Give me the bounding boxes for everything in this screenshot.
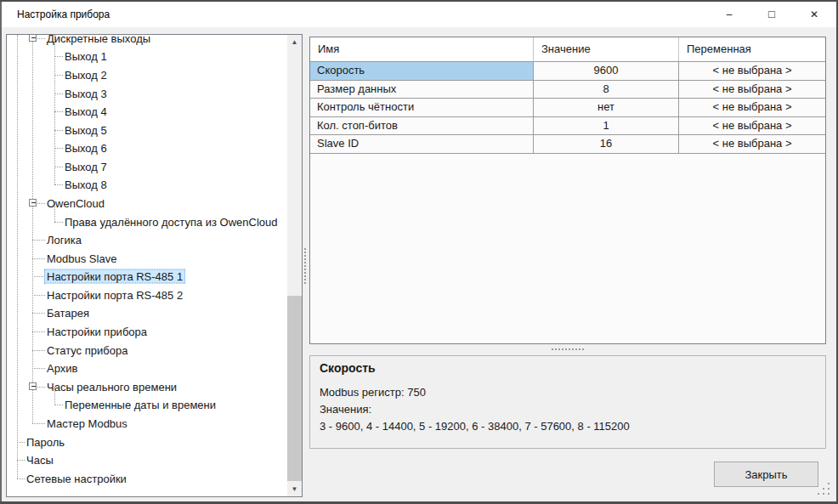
tree-connector-stub — [32, 258, 45, 259]
table-row: Slave ID16< не выбрана > — [310, 135, 825, 154]
column-header[interactable]: Переменная — [679, 37, 825, 61]
tree-item-label: OwenCloud — [44, 196, 107, 211]
tree-item[interactable]: Настройки прибора — [7, 322, 287, 341]
param-variable-cell[interactable]: < не выбрана > — [679, 99, 825, 117]
tree-item[interactable]: Мастер Modbus — [7, 414, 287, 433]
tree-item[interactable]: Права удалённого доступа из OwenCloud — [7, 212, 287, 231]
tree-item-label: Настройки порта RS-485 2 — [44, 287, 185, 302]
info-values-list: 3 - 9600, 4 - 14400, 5 - 19200, 6 - 3840… — [320, 418, 816, 435]
info-title: Скорость — [320, 361, 816, 375]
tree-connector-stub — [32, 240, 45, 241]
table-row: Размер данных8< не выбрана > — [310, 81, 825, 99]
tree-connector-stub — [32, 368, 45, 369]
titlebar: Настройка прибора – □ ✕ — [2, 2, 836, 27]
tree-item-label: Выход 7 — [62, 159, 110, 173]
close-button[interactable]: Закрыть — [714, 462, 818, 487]
tree-item[interactable]: Выход 3 — [7, 84, 287, 103]
param-variable-cell[interactable]: < не выбрана > — [679, 62, 825, 81]
tree-item[interactable]: Выход 5 — [7, 121, 287, 139]
maximize-button[interactable]: □ — [750, 2, 793, 27]
horizontal-splitter-handle[interactable] — [552, 348, 584, 350]
tree-item[interactable]: Переменные даты и времени — [7, 396, 287, 415]
param-variable-cell[interactable]: < не выбрана > — [679, 117, 825, 136]
tree-item[interactable]: Часы реального времени — [7, 377, 287, 396]
tree-connector-stub — [32, 276, 45, 277]
tree-connector-stub — [32, 295, 45, 296]
window-title: Настройка прибора — [17, 8, 110, 20]
vertical-splitter-handle[interactable] — [304, 248, 307, 284]
column-header[interactable]: Имя — [310, 37, 534, 61]
tree-item-label: Сетевые настройки — [24, 471, 129, 485]
scroll-up-icon[interactable]: ▲ — [287, 35, 302, 49]
maximize-icon: □ — [768, 8, 775, 20]
tree-item-label: Modbus Slave — [44, 251, 119, 265]
param-value-cell[interactable]: 16 — [534, 135, 679, 154]
param-name-cell[interactable]: Контроль чётности — [310, 99, 534, 117]
tree-scrollbar[interactable]: ▲ ▼ — [287, 35, 302, 496]
tree-item[interactable]: Дискретные выходы — [7, 35, 287, 48]
tree-item[interactable]: Modbus Slave — [7, 249, 287, 268]
tree-item-label: Часы — [24, 453, 56, 467]
tree-item[interactable]: Выход 1 — [7, 48, 287, 66]
tree-item-label: Выход 3 — [62, 86, 110, 100]
tree-expander-minus-icon[interactable] — [29, 382, 37, 390]
tree-item-label: Логика — [44, 233, 84, 247]
tree-item-label: Выход 6 — [62, 141, 110, 156]
tree-item-label: Выход 2 — [62, 67, 110, 82]
window-controls: – □ ✕ — [708, 2, 835, 27]
tree-item-label: Настройки прибора — [44, 325, 150, 339]
tree-item-label: Выход 4 — [62, 105, 110, 119]
tree-item-label: Архив — [44, 361, 80, 376]
tree-item[interactable]: Логика — [7, 230, 287, 249]
tree-item-label: Статус прибора — [44, 343, 130, 357]
dialog-window: Настройка прибора – □ ✕ Дискретные выход… — [0, 0, 838, 504]
tree-item-label: Пароль — [24, 434, 67, 449]
tree-item-label: Выход 8 — [62, 178, 110, 192]
tree-item[interactable]: Выход 8 — [7, 176, 287, 195]
tree-item[interactable]: Настройки порта RS-485 2 — [7, 286, 287, 304]
tree-expander-minus-icon[interactable] — [29, 199, 37, 207]
settings-tree: Дискретные выходыВыход 1Выход 2Выход 3Вы… — [7, 35, 287, 496]
tree-item-label: Дискретные выходы — [44, 35, 153, 45]
info-modbus-register: Modbus регистр: 750 — [320, 384, 816, 401]
tree-item[interactable]: Выход 7 — [7, 157, 287, 176]
param-name-cell[interactable]: Скорость — [310, 62, 534, 81]
tree-item-label: Батарея — [44, 306, 92, 320]
minimize-button[interactable]: – — [708, 2, 750, 27]
tree-connector-stub — [32, 350, 45, 351]
tree-item[interactable]: OwenCloud — [7, 194, 287, 212]
tree-item[interactable]: Батарея — [7, 304, 287, 323]
tree-item[interactable]: Выход 6 — [7, 139, 287, 157]
tree-item[interactable]: Архив — [7, 359, 287, 377]
close-window-button[interactable]: ✕ — [793, 2, 835, 27]
column-header[interactable]: Значение — [534, 37, 679, 61]
param-value-cell[interactable]: 1 — [534, 117, 679, 136]
param-value-cell[interactable]: нет — [534, 99, 679, 117]
parameter-info-panel: Скорость Modbus регистр: 750 Значения: 3… — [309, 355, 826, 449]
table-row: Контроль чётностинет< не выбрана > — [310, 99, 825, 117]
tree-item[interactable]: Пароль — [7, 433, 287, 451]
scroll-down-icon[interactable]: ▼ — [287, 482, 302, 496]
tree-connector-stub — [32, 313, 45, 314]
minimize-icon: – — [727, 9, 733, 20]
tree-expander-minus-icon[interactable] — [29, 35, 37, 42]
param-name-cell[interactable]: Slave ID — [310, 135, 534, 154]
param-variable-cell[interactable]: < не выбрана > — [679, 81, 825, 99]
param-name-cell[interactable]: Размер данных — [310, 81, 534, 99]
tree-item[interactable]: Статус прибора — [7, 341, 287, 360]
tree-item[interactable]: Часы — [7, 450, 287, 469]
param-variable-cell[interactable]: < не выбрана > — [679, 135, 825, 154]
tree-item[interactable]: Сетевые настройки — [7, 469, 287, 488]
tree-item[interactable]: Выход 4 — [7, 102, 287, 121]
close-icon: ✕ — [810, 9, 818, 20]
tree-item[interactable]: Настройки порта RS-485 1 — [7, 268, 287, 286]
param-name-cell[interactable]: Кол. стоп-битов — [310, 117, 534, 136]
tree-scrollbar-thumb[interactable] — [287, 296, 302, 481]
resize-grip[interactable] — [818, 483, 831, 496]
tree-item-label: Мастер Modbus — [44, 416, 130, 430]
tree-item-label: Выход 1 — [62, 49, 110, 64]
param-value-cell[interactable]: 8 — [534, 81, 679, 99]
tree-item[interactable]: Выход 2 — [7, 65, 287, 84]
tree-item-label: Переменные даты и времени — [62, 398, 218, 412]
param-value-cell[interactable]: 9600 — [534, 62, 679, 81]
